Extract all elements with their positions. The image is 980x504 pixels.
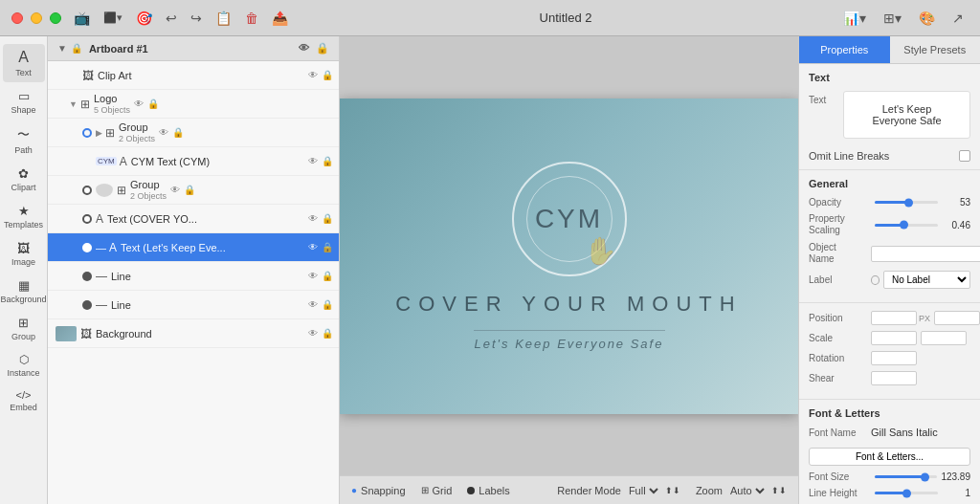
layer-line1[interactable]: — Line 👁 🔒 <box>48 262 339 291</box>
redo-btn[interactable]: ↪ <box>186 8 207 29</box>
lock-btn[interactable]: 🔒 <box>322 328 333 339</box>
property-scaling-slider[interactable] <box>875 220 938 230</box>
copy-btn[interactable]: 📋 <box>211 8 236 29</box>
eye-btn[interactable]: 👁 <box>308 242 318 252</box>
tool-text[interactable]: A Text <box>3 44 45 82</box>
tool-instance[interactable]: ⬡ Instance <box>3 348 45 383</box>
layer-text-lets[interactable]: — A Text (Let's Keep Eve... 👁 🔒 <box>48 233 339 262</box>
artboard[interactable]: CYM ✋ COVER YOUR MOUTH Let's Keep Everyo… <box>340 99 798 414</box>
shear-input[interactable]: 0 <box>871 371 917 385</box>
canvas-wrapper[interactable]: CYM ✋ COVER YOUR MOUTH Let's Keep Everyo… <box>340 36 798 475</box>
traffic-light-yellow[interactable] <box>31 12 42 24</box>
titlebar-tools: 📺 ⬛▾ 🎯 ↩ ↪ 📋 🗑 📤 <box>69 8 293 29</box>
target-icon[interactable]: 🎯 <box>131 8 157 29</box>
tab-style-presets[interactable]: Style Presets <box>890 36 981 63</box>
instance-icon: ⬡ <box>19 353 29 366</box>
lock-icon[interactable]: 🔒 <box>316 42 329 54</box>
layer-clip-art[interactable]: 🖼 Clip Art 👁 🔒 <box>48 61 339 90</box>
artboard-expand-icon[interactable]: ▼ <box>57 43 67 54</box>
font-name-label: Font Name <box>809 427 871 438</box>
layer-logo[interactable]: ▼ ⊞ Logo 5 Objects 👁 🔒 <box>48 90 339 119</box>
traffic-light-red[interactable] <box>11 12 23 24</box>
layer-cym-text[interactable]: CYM A CYM Text (CYM) 👁 🔒 <box>48 147 339 176</box>
tool-clipart[interactable]: ✿ Clipart <box>3 162 45 197</box>
delete-btn[interactable]: 🗑 <box>240 8 263 29</box>
titlebar: 📺 ⬛▾ 🎯 ↩ ↪ 📋 🗑 📤 Untitled 2 📊▾ ⊞▾ 🎨 ↗ <box>0 0 980 36</box>
tab-properties[interactable]: Properties <box>799 36 890 63</box>
lock-btn[interactable]: 🔒 <box>322 271 333 281</box>
tool-group[interactable]: ⊞ Group <box>3 311 45 346</box>
shape-icon: ▭ <box>18 89 30 103</box>
titlebar-right: 📊▾ ⊞▾ 🎨 ↗ <box>838 8 969 29</box>
render-mode-control[interactable]: Render Mode Full ⬆⬇ <box>557 484 680 497</box>
opacity-slider[interactable] <box>875 198 938 208</box>
label-label: Label <box>809 274 871 285</box>
tool-templates[interactable]: ★ Templates <box>3 199 45 234</box>
snapping-toggle[interactable]: ● Snapping <box>351 485 406 496</box>
tool-path[interactable]: 〜 Path <box>3 121 45 160</box>
eye-btn[interactable]: 👁 <box>308 213 318 224</box>
grid-icon[interactable]: ⊞▾ <box>879 8 906 29</box>
share-icon[interactable]: ↗ <box>947 8 969 29</box>
lock-btn[interactable]: 🔒 <box>184 185 195 195</box>
logo-expand-icon[interactable]: ▼ <box>69 99 78 109</box>
font-size-slider[interactable] <box>875 472 937 482</box>
lock-btn[interactable]: 🔒 <box>322 242 333 252</box>
lock-btn[interactable]: 🔒 <box>322 299 333 310</box>
tool-embed[interactable]: </> Embed <box>3 384 45 417</box>
eye-icon[interactable]: 👁 <box>299 42 309 54</box>
line2-controls: 👁 🔒 <box>308 299 333 310</box>
grid-toggle[interactable]: ⊞ Grid <box>421 485 453 496</box>
eye-btn[interactable]: 👁 <box>308 156 318 166</box>
position-y-input[interactable]: 1402.4 <box>934 311 980 325</box>
embed-icon: </> <box>16 389 32 401</box>
layer-background[interactable]: 🖼 Background 👁 🔒 <box>48 319 339 348</box>
tool-image[interactable]: 🖼 Image <box>3 236 45 272</box>
lock-btn[interactable]: 🔒 <box>322 156 333 166</box>
eye-btn[interactable]: 👁 <box>159 127 168 138</box>
traffic-light-green[interactable] <box>50 12 61 24</box>
scale-x-input[interactable]: 1 <box>871 331 917 345</box>
layer-group2[interactable]: ⊞ Group 2 Objects 👁 🔒 <box>48 176 339 205</box>
tv-icon[interactable]: 📺 <box>69 8 95 29</box>
render-mode-select[interactable]: Full <box>625 484 661 497</box>
scale-y-input[interactable]: 1 <box>921 331 967 345</box>
eye-btn[interactable]: 👁 <box>308 70 318 80</box>
eye-btn[interactable]: 👁 <box>308 299 318 310</box>
font-letters-btn[interactable]: Font & Letters... <box>809 448 970 466</box>
tool-shape[interactable]: ▭ Shape <box>3 84 45 120</box>
omit-checkbox[interactable] <box>959 150 970 162</box>
scale-row: Scale 1 1 <box>809 331 970 345</box>
canvas-area: CYM ✋ COVER YOUR MOUTH Let's Keep Everyo… <box>340 36 798 504</box>
lock-btn[interactable]: 🔒 <box>322 70 333 80</box>
lock-btn[interactable]: 🔒 <box>322 213 333 224</box>
label-select[interactable]: No Label <box>883 271 970 289</box>
align-tool[interactable]: ⬛▾ <box>99 9 127 27</box>
object-name-input[interactable] <box>871 246 980 262</box>
eye-btn[interactable]: 👁 <box>308 271 318 281</box>
layer-group1[interactable]: ▶ ⊞ Group 2 Objects 👁 🔒 <box>48 119 339 147</box>
position-x-input[interactable]: 1927.5 <box>871 311 917 325</box>
layer-line2[interactable]: — Line 👁 🔒 <box>48 291 339 319</box>
layer-text-cover[interactable]: A Text (COVER YO... 👁 🔒 <box>48 205 339 233</box>
labels-toggle[interactable]: Labels <box>467 485 509 496</box>
group-icon: ⊞ <box>18 316 29 330</box>
group1-expand-icon[interactable]: ▶ <box>96 128 102 138</box>
lock-btn[interactable]: 🔒 <box>172 127 184 138</box>
lock-btn[interactable]: 🔒 <box>147 99 159 109</box>
eye-btn[interactable]: 👁 <box>308 328 318 339</box>
zoom-control[interactable]: Zoom Auto ⬆⬇ <box>696 484 787 497</box>
eye-btn[interactable]: 👁 <box>170 185 180 195</box>
chart-icon[interactable]: 📊▾ <box>838 8 871 29</box>
line-height-slider[interactable] <box>875 489 938 498</box>
tool-background[interactable]: ▦ Background <box>3 274 45 309</box>
undo-btn[interactable]: ↩ <box>161 8 182 29</box>
palette-icon[interactable]: 🎨 <box>914 8 940 29</box>
eye-btn[interactable]: 👁 <box>134 99 144 109</box>
rotation-input[interactable]: 0 <box>871 351 917 365</box>
right-panel-tabs: Properties Style Presets <box>799 36 980 64</box>
export-btn[interactable]: 📤 <box>267 8 293 29</box>
zoom-select[interactable]: Auto <box>726 484 768 497</box>
path-icon: 〜 <box>17 126 30 143</box>
position-section: Position 1927.5 PX 1402.4 PX Scale 1 1 R… <box>799 303 980 400</box>
